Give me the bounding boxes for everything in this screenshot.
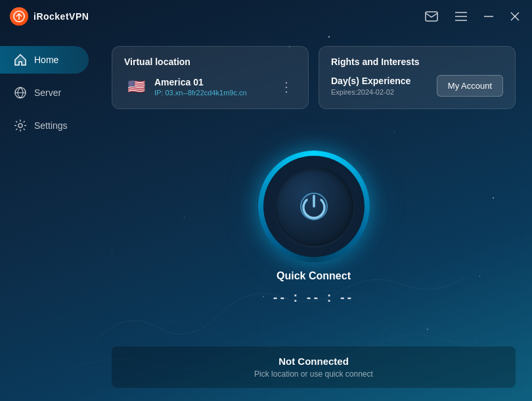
main-content: Virtual location 🇺🇸 America 01 IP: 03.xn… <box>95 33 532 401</box>
location-name: America 01 <box>154 77 271 87</box>
rights-info: Day(s) Experience Expires:2024-02-02 <box>331 76 437 96</box>
virtual-location-card: Virtual location 🇺🇸 America 01 IP: 03.xn… <box>112 46 309 109</box>
rights-expiry: Expires:2024-02-02 <box>331 88 437 96</box>
svg-point-14 <box>18 124 22 128</box>
app-title: iRocketVPN <box>33 11 89 22</box>
home-icon <box>13 53 28 67</box>
sidebar-item-home[interactable]: Home <box>0 46 89 74</box>
rights-content: Day(s) Experience Expires:2024-02-02 My … <box>331 75 503 97</box>
window-controls <box>422 9 522 24</box>
app-branding: iRocketVPN <box>10 7 89 26</box>
status-title: Not Connected <box>125 356 502 367</box>
timer-display: -- : -- : -- <box>273 290 355 305</box>
power-section: Quick Connect -- : -- : -- <box>112 119 516 337</box>
sidebar-item-server-label: Server <box>34 87 61 98</box>
power-ring-inner <box>263 156 365 257</box>
rights-interests-card: Rights and Interests Day(s) Experience E… <box>319 46 516 109</box>
rights-title: Rights and Interests <box>331 57 503 67</box>
country-flag: 🇺🇸 <box>124 75 148 99</box>
virtual-location-title: Virtual location <box>124 57 296 67</box>
sidebar-item-home-label: Home <box>34 55 58 65</box>
power-button[interactable] <box>275 167 353 246</box>
power-icon <box>297 189 331 224</box>
power-ring-outer <box>258 151 370 262</box>
status-subtitle: Pick location or use quick connect <box>125 369 502 379</box>
location-row: 🇺🇸 America 01 IP: 03.xn--8fr22cd4k1m9c.c… <box>124 75 296 99</box>
sidebar-item-server[interactable]: Server <box>0 79 89 106</box>
minimize-button[interactable] <box>481 13 496 20</box>
title-bar: iRocketVPN <box>0 0 532 33</box>
settings-icon <box>13 118 28 133</box>
location-info: America 01 IP: 03.xn--8fr22cd4k1m9c.cn <box>154 77 271 97</box>
svg-rect-5 <box>426 12 437 21</box>
more-options-button[interactable]: ⋮ <box>277 78 296 96</box>
close-button[interactable] <box>508 9 522 24</box>
top-cards-row: Virtual location 🇺🇸 America 01 IP: 03.xn… <box>112 46 516 109</box>
menu-button[interactable] <box>453 9 470 24</box>
quick-connect-label: Quick Connect <box>277 270 351 282</box>
server-icon <box>13 85 28 100</box>
mail-button[interactable] <box>422 9 441 24</box>
app-logo <box>10 7 28 26</box>
sidebar-item-settings-label: Settings <box>34 120 68 131</box>
status-bar: Not Connected Pick location or use quick… <box>112 346 516 388</box>
rights-label: Day(s) Experience <box>331 76 437 86</box>
sidebar-item-settings[interactable]: Settings <box>0 112 89 139</box>
my-account-button[interactable]: My Account <box>437 75 503 97</box>
sidebar: Home Server Settings <box>0 33 95 401</box>
location-ip: IP: 03.xn--8fr22cd4k1m9c.cn <box>154 89 271 97</box>
